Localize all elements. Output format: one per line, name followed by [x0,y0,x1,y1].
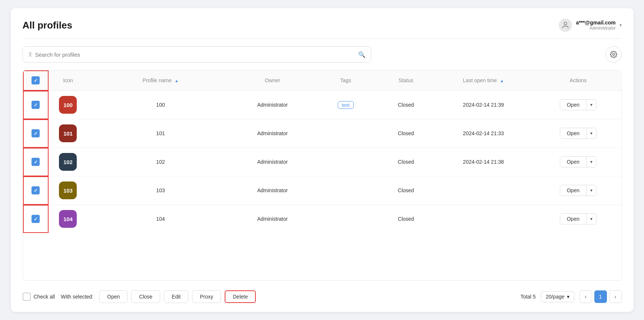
profile-name-cell-2: 102 [87,148,234,176]
last-open-cell-0: 2024-02-14 21:39 [432,91,535,119]
col-last-open[interactable]: Last open time ▲ [432,70,535,91]
table-row: ✓ 100100AdministratortestClosed2024-02-1… [23,91,621,119]
row-checkbox-0[interactable]: ✓ [32,101,40,109]
settings-button[interactable] [605,46,622,63]
row-checkbox-1[interactable]: ✓ [32,129,40,137]
open-button-3[interactable]: Open [560,185,587,196]
bulk-delete-button[interactable]: Delete [225,290,256,303]
profile-icon-3: 103 [59,181,77,199]
bulk-open-button[interactable]: Open [99,290,128,303]
profile-icon-1: 101 [59,124,77,142]
action-cell-4: Open ▾ [535,205,621,233]
bulk-proxy-button[interactable]: Proxy [192,290,221,303]
last-open-cell-3 [432,176,535,205]
select-all-header[interactable]: ✓ [23,70,49,91]
user-email: a***@gmail.com [576,20,615,26]
tags-cell-0: test [311,91,380,119]
user-avatar-icon [559,19,572,32]
action-btn-group-3: Open ▾ [560,185,597,196]
profile-name-cell-0: 100 [87,91,234,119]
row-checkbox-3[interactable]: ✓ [32,186,40,194]
search-row: ⊻ 🔍 [23,46,622,63]
select-all-checkbox[interactable]: ✓ [32,76,40,84]
check-mark: ✓ [34,159,38,165]
row-checkbox-cell-3[interactable]: ✓ [23,176,49,205]
svg-point-1 [612,54,614,56]
col-profile-name[interactable]: Profile name ▲ [87,70,234,91]
owner-cell-3: Administrator [234,176,311,205]
page-size-select[interactable]: 20/page ▾ [541,291,574,302]
profile-icon-4: 104 [59,210,77,228]
col-owner: Owner [234,70,311,91]
action-btn-group-2: Open ▾ [560,156,597,167]
open-button-2[interactable]: Open [560,157,587,167]
row-checkbox-cell-1[interactable]: ✓ [23,119,49,148]
action-btn-group-4: Open ▾ [560,213,597,224]
action-dropdown-button-0[interactable]: ▾ [587,100,596,110]
profile-name-cell-3: 103 [87,176,234,205]
table-row: ✓ 102102AdministratorClosed2024-02-14 21… [23,148,621,176]
action-dropdown-button-1[interactable]: ▾ [587,128,596,139]
col-actions: Actions [535,70,621,91]
last-open-cell-2: 2024-02-14 21:38 [432,148,535,176]
profile-icon-cell-4: 104 [49,205,87,233]
action-dropdown-button-2[interactable]: ▾ [587,157,596,167]
profile-icon-2: 102 [59,153,77,171]
status-cell-1: Closed [380,119,432,148]
profile-icon-cell-1: 101 [49,119,87,148]
action-cell-2: Open ▾ [535,148,621,176]
footer-right: Total 5 20/page ▾ ‹ 1 › [521,290,622,303]
svg-point-0 [564,22,567,25]
check-all-checkbox[interactable] [23,293,31,301]
prev-page-button[interactable]: ‹ [579,290,592,303]
table-footer: Check all With selected: Open Close Edit… [23,289,622,303]
check-mark: ✓ [34,131,38,136]
row-checkbox-4[interactable]: ✓ [32,215,40,223]
row-checkbox-cell-0[interactable]: ✓ [23,91,49,119]
check-mark: ✓ [34,102,38,108]
action-cell-0: Open ▾ [535,91,621,119]
row-checkbox-cell-2[interactable]: ✓ [23,148,49,176]
action-cell-1: Open ▾ [535,119,621,148]
action-btn-group-1: Open ▾ [560,128,597,139]
check-mark: ✓ [34,216,38,222]
profile-icon-cell-3: 103 [49,176,87,205]
table-row: ✓ 101101AdministratorClosed2024-02-14 21… [23,119,621,148]
check-mark: ✓ [34,188,38,193]
action-dropdown-button-4[interactable]: ▾ [587,214,596,224]
header-divider [23,39,622,39]
row-checkbox-2[interactable]: ✓ [32,158,40,166]
check-all-label[interactable]: Check all [23,293,55,301]
action-dropdown-button-3[interactable]: ▾ [587,185,596,196]
owner-cell-0: Administrator [234,91,311,119]
profile-name-cell-1: 101 [87,119,234,148]
status-cell-3: Closed [380,176,432,205]
footer-left: Check all With selected: Open Close Edit… [23,290,256,303]
user-menu[interactable]: a***@gmail.com Administrator ▾ [559,19,621,32]
profile-icon-cell-2: 102 [49,148,87,176]
open-button-0[interactable]: Open [560,100,587,110]
last-open-cell-1: 2024-02-14 21:33 [432,119,535,148]
open-button-4[interactable]: Open [560,214,587,224]
open-button-1[interactable]: Open [560,128,587,139]
row-checkbox-cell-4[interactable]: ✓ [23,205,49,233]
page-1-button[interactable]: 1 [594,290,607,303]
search-input[interactable] [35,51,358,58]
status-cell-2: Closed [380,148,432,176]
check-mark: ✓ [34,78,38,83]
next-page-button[interactable]: › [609,290,622,303]
action-cell-3: Open ▾ [535,176,621,205]
owner-cell-2: Administrator [234,148,311,176]
col-icon: Icon [49,70,87,91]
profile-icon-cell-0: 100 [49,91,87,119]
bulk-close-button[interactable]: Close [131,290,160,303]
main-container: All profiles a***@gmail.com Administrato… [11,8,634,312]
check-all-text: Check all [34,294,55,300]
pagination: ‹ 1 › [579,290,622,303]
page-size-value: 20/page [546,294,565,300]
total-label: Total 5 [521,294,536,300]
last-open-cell-4 [432,205,535,233]
with-selected-label: With selected: [61,294,93,300]
search-box[interactable]: ⊻ 🔍 [23,46,371,63]
bulk-edit-button[interactable]: Edit [164,290,188,303]
